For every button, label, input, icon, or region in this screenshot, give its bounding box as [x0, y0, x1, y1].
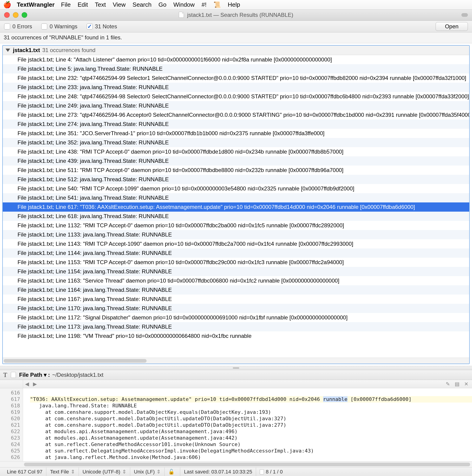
close-window-button[interactable]: [4, 12, 10, 18]
result-row[interactable]: File jstack1.txt; Line 1198: "VM Thread"…: [3, 331, 469, 340]
menu-edit[interactable]: Edit: [78, 1, 88, 8]
system-menubar: 🍎 TextWrangler File Edit Text View Searc…: [0, 0, 472, 10]
zoom-window-button[interactable]: [22, 12, 27, 18]
menu-view[interactable]: View: [113, 1, 126, 8]
results-panel: jstack1.txt 31 occurrences found File js…: [2, 45, 470, 364]
filter-toolbar: 0 Errors 0 Warnings ✓31 Notes Open: [0, 21, 472, 33]
editor-horizontal-scrollbar[interactable]: [0, 461, 472, 467]
code-editor[interactable]: 6166176186196206216226236246256266276286…: [0, 388, 472, 461]
lock-status[interactable]: 🔓: [164, 467, 180, 476]
result-row[interactable]: File jstack1.txt; Line 1163: "Service Th…: [3, 276, 469, 285]
result-row[interactable]: File jstack1.txt; Line 1133: java.lang.T…: [3, 230, 469, 239]
result-row[interactable]: File jstack1.txt; Line 1154: java.lang.T…: [3, 267, 469, 276]
result-row[interactable]: File jstack1.txt; Line 233: java.lang.Th…: [3, 83, 469, 92]
menu-help[interactable]: Help: [228, 1, 240, 8]
open-button[interactable]: Open: [436, 22, 468, 31]
errors-checkbox[interactable]: 0 Errors: [4, 23, 32, 30]
result-row[interactable]: File jstack1.txt; Line 1144: java.lang.T…: [3, 249, 469, 258]
result-row[interactable]: File jstack1.txt; Line 1164: java.lang.T…: [3, 285, 469, 294]
editor-pathbar: T File Path ▾ : ~/Desktop/jstack1.txt: [0, 370, 472, 380]
result-row[interactable]: File jstack1.txt; Line 1153: "RMI TCP Ac…: [3, 258, 469, 267]
result-row[interactable]: File jstack1.txt; Line 1173: java.lang.T…: [3, 322, 469, 331]
warnings-checkbox[interactable]: 0 Warnings: [41, 23, 77, 30]
nav-forward-button[interactable]: ▶: [31, 381, 39, 387]
result-row[interactable]: File jstack1.txt; Line 1132: "RMI TCP Ac…: [3, 221, 469, 230]
notes-label: 31 Notes: [95, 23, 117, 30]
menu-shebang[interactable]: #!: [202, 1, 207, 8]
cursor-position: Line 617 Col 97: [3, 467, 46, 476]
menu-window[interactable]: Window: [173, 1, 195, 8]
toolbar-toggle-button[interactable]: [461, 13, 468, 17]
file-path: ~/Desktop/jstack1.txt: [52, 372, 103, 378]
result-row[interactable]: File jstack1.txt; Line 5: java.lang.Thre…: [3, 64, 469, 73]
nav-tool-icon[interactable]: ▤: [454, 382, 460, 387]
warnings-label: 0 Warnings: [50, 23, 77, 30]
result-row[interactable]: File jstack1.txt; Line 540: "RMI TCP Acc…: [3, 184, 469, 193]
document-proxy-icon[interactable]: [179, 12, 184, 18]
document-type-selector[interactable]: Text File⇕: [46, 467, 79, 476]
nav-back-button[interactable]: ◀: [23, 381, 31, 387]
result-row[interactable]: File jstack1.txt; Line 438: "RMI TCP Acc…: [3, 147, 469, 156]
minimize-window-button[interactable]: [13, 12, 18, 18]
search-summary: 31 occurrences of "RUNNABLE" found in 1 …: [0, 33, 472, 43]
menu-text[interactable]: Text: [95, 1, 106, 8]
result-row[interactable]: File jstack1.txt; Line 232: "qtp47466259…: [3, 73, 469, 83]
menu-file[interactable]: File: [61, 1, 71, 8]
result-row[interactable]: File jstack1.txt; Line 352: java.lang.Th…: [3, 138, 469, 147]
results-horizontal-scrollbar[interactable]: [3, 358, 469, 364]
result-row[interactable]: File jstack1.txt; Line 512: java.lang.Th…: [3, 175, 469, 184]
result-row[interactable]: File jstack1.txt; Line 274: java.lang.Th…: [3, 119, 469, 129]
result-row[interactable]: File jstack1.txt; Line 248: "qtp47466259…: [3, 92, 469, 101]
editor-navbar: ◀ ▶ ✎ ▤ ✕: [0, 380, 472, 388]
pane-splitter[interactable]: [0, 366, 472, 370]
window-title: jstack1.txt — Search Results (RUNNABLE): [0, 12, 472, 18]
menu-search[interactable]: Search: [132, 1, 151, 8]
result-row[interactable]: File jstack1.txt; Line 4: "Attach Listen…: [3, 55, 469, 64]
app-name[interactable]: TextWrangler: [17, 1, 54, 8]
results-file-header[interactable]: jstack1.txt 31 occurrences found: [3, 46, 469, 55]
result-row[interactable]: File jstack1.txt; Line 1143: "RMI TCP Ac…: [3, 239, 469, 249]
result-row[interactable]: File jstack1.txt; Line 541: java.lang.Th…: [3, 193, 469, 203]
code-area[interactable]: "T036: AAXsltExecution.setup: Assetmanag…: [23, 388, 472, 461]
status-bar: Line 617 Col 97 Text File⇕ Unicode (UTF-…: [0, 467, 472, 476]
line-number-gutter: 6166176186196206216226236246256266276286…: [0, 388, 23, 461]
errors-label: 0 Errors: [12, 23, 32, 30]
result-row[interactable]: File jstack1.txt; Line 617: "T036: AAXsl…: [3, 203, 469, 212]
apple-menu-icon[interactable]: 🍎: [3, 1, 11, 9]
line-endings-selector[interactable]: Unix (LF)⇕: [130, 467, 164, 476]
results-file-name: jstack1.txt: [13, 47, 40, 53]
notes-checkbox[interactable]: ✓31 Notes: [87, 23, 117, 30]
disclosure-triangle-icon[interactable]: [5, 49, 10, 52]
result-row[interactable]: File jstack1.txt; Line 511: "RMI TCP Acc…: [3, 166, 469, 175]
encoding-selector[interactable]: Unicode (UTF-8)⇕: [79, 467, 130, 476]
result-row[interactable]: File jstack1.txt; Line 351: "JCO.ServerT…: [3, 129, 469, 138]
result-row[interactable]: File jstack1.txt; Line 618: java.lang.Th…: [3, 212, 469, 221]
result-row[interactable]: File jstack1.txt; Line 1167: java.lang.T…: [3, 294, 469, 304]
results-list[interactable]: File jstack1.txt; Line 4: "Attach Listen…: [3, 55, 469, 357]
result-row[interactable]: File jstack1.txt; Line 249: java.lang.Th…: [3, 101, 469, 110]
result-row[interactable]: File jstack1.txt; Line 439: java.lang.Th…: [3, 156, 469, 166]
text-options-icon[interactable]: T: [3, 371, 7, 379]
result-row[interactable]: File jstack1.txt; Line 1172: "Signal Dis…: [3, 313, 469, 322]
result-row[interactable]: File jstack1.txt; Line 273: "qtp47466259…: [3, 110, 469, 119]
last-saved: Last saved: 03.07.14 10:33:25: [180, 467, 256, 476]
nav-tool-icon[interactable]: ✎: [444, 382, 451, 387]
pathbar-label[interactable]: File Path ▾ :: [19, 372, 50, 378]
menu-script-icon[interactable]: 📜: [213, 1, 221, 8]
nav-tool-icon[interactable]: ✕: [463, 382, 470, 387]
menu-go[interactable]: Go: [158, 1, 166, 8]
results-file-count: 31 occurrences found: [42, 47, 95, 53]
counts: 8 / 1 / 0: [256, 467, 286, 476]
window-title-text: jstack1.txt — Search Results (RUNNABLE): [187, 12, 293, 18]
result-row[interactable]: File jstack1.txt; Line 1170: java.lang.T…: [3, 304, 469, 313]
document-icon[interactable]: [11, 372, 16, 378]
window-titlebar[interactable]: jstack1.txt — Search Results (RUNNABLE): [0, 10, 472, 21]
